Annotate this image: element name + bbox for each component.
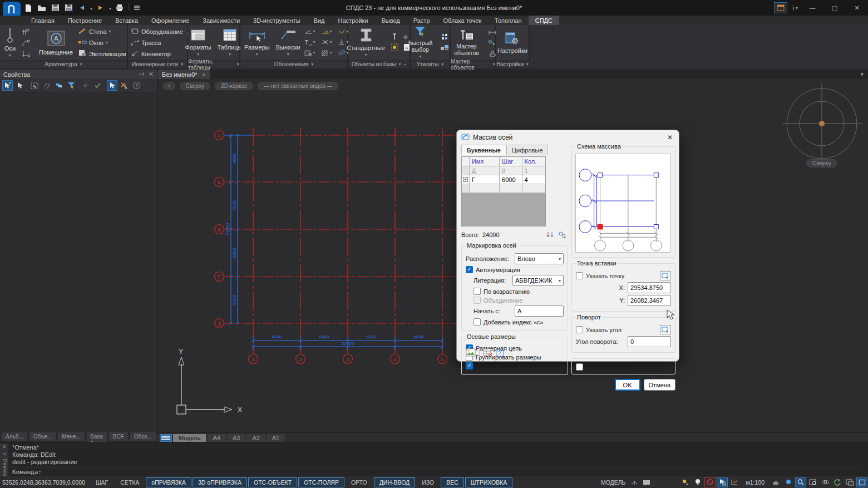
- check-dim-icon[interactable]: [92, 80, 103, 91]
- menu-item-8[interactable]: Настройки: [332, 16, 375, 25]
- sheet-tab-А3[interactable]: А3: [227, 434, 245, 442]
- cancel-button[interactable]: Отмена: [644, 379, 675, 391]
- sheet-tab-А2[interactable]: А2: [246, 434, 265, 442]
- sheet-list-icon[interactable]: [160, 434, 172, 442]
- detail-box-icon[interactable]: [389, 43, 400, 52]
- scale-indicator[interactable]: м1:100: [741, 479, 771, 486]
- status-toggle-3D оПРИВЯЗКА[interactable]: 3D оПРИВЯЗКА: [193, 477, 247, 487]
- document-tab[interactable]: Без имени0* ×: [157, 70, 210, 79]
- litera-select[interactable]: АБВГДЕЖИК▾: [512, 275, 564, 286]
- menu-icon[interactable]: [132, 3, 142, 13]
- overall-dim-checkbox[interactable]: [466, 362, 473, 369]
- axes-arc-icon[interactable]: [20, 38, 31, 47]
- select-plus-icon[interactable]: [2, 80, 13, 91]
- settings-button[interactable]: ⚙ Настройки: [495, 27, 530, 59]
- pick-point-row[interactable]: Указать точку: [576, 271, 671, 280]
- autonumber-checkbox[interactable]: [466, 266, 473, 273]
- pick-angle-row[interactable]: Указать угол: [576, 325, 671, 334]
- tab-number-axes[interactable]: Цифровые: [506, 145, 548, 155]
- link-axes-icon[interactable]: [557, 230, 568, 240]
- start-with-input[interactable]: А: [515, 305, 564, 317]
- tab-list-chevron-icon[interactable]: ▾: [856, 70, 868, 79]
- sheet-tab-А4[interactable]: А4: [207, 434, 225, 442]
- close-button[interactable]: ✕: [846, 0, 868, 16]
- fullscreen-icon[interactable]: [856, 477, 867, 487]
- quick-select-button[interactable]: Быстрый выбор▾: [404, 27, 437, 59]
- object-master-button[interactable]: Мастер объектов: [448, 27, 485, 59]
- workspace-icon-button[interactable]: [774, 2, 787, 13]
- axes-single-icon[interactable]: [20, 48, 31, 58]
- panel-footer-utilities[interactable]: Утилиты▾: [411, 60, 450, 68]
- pin-icon[interactable]: ⊣: [139, 71, 144, 78]
- panel-footer-object-master[interactable]: Мастер объектов▾: [451, 60, 495, 68]
- dialog-close-icon[interactable]: ✕: [665, 133, 674, 142]
- dimensions-button[interactable]: Размеры▾: [242, 27, 272, 59]
- axes-button[interactable]: Оси▾: [2, 27, 18, 59]
- menu-item-11[interactable]: Облака точек: [437, 16, 489, 25]
- new-doc-icon[interactable]: [23, 3, 33, 13]
- swap-arrows-icon[interactable]: [53, 80, 64, 91]
- menu-item-10[interactable]: Растр: [407, 16, 437, 25]
- select-cursor-icon[interactable]: [717, 477, 728, 487]
- add-index-checkbox-row[interactable]: Добавить индекс «с»: [474, 318, 564, 326]
- leaders-button[interactable]: Выноски▾: [274, 27, 303, 59]
- dialog-launcher-icon[interactable]: ⌐: [404, 62, 407, 67]
- status-toggle-оПРИВЯЗКА[interactable]: оПРИВЯЗКА: [146, 477, 191, 487]
- tab-letter-axes[interactable]: Буквенные: [461, 145, 506, 155]
- axis-mark-icon[interactable]: ▾: [321, 37, 332, 47]
- axes-grid-icon[interactable]: [20, 27, 31, 37]
- space-indicator[interactable]: МОДЕЛЬ: [599, 479, 628, 486]
- save-all-icon[interactable]: [63, 3, 73, 13]
- graph-icon[interactable]: [729, 477, 740, 487]
- bolt-icon[interactable]: [389, 32, 400, 42]
- close-icon[interactable]: ✕: [2, 444, 7, 450]
- panel-footer-architecture[interactable]: Архитектура▾: [0, 60, 127, 68]
- rect-select-icon[interactable]: [29, 80, 40, 91]
- route-button[interactable]: Трасса: [130, 38, 184, 48]
- status-toggle-СЕТКА[interactable]: СЕТКА: [115, 477, 145, 487]
- explication-button[interactable]: Экспликации▾: [77, 49, 132, 59]
- pan-hand-icon[interactable]: [771, 477, 782, 487]
- table-settings-icon[interactable]: [483, 348, 492, 358]
- orbit-icon[interactable]: [820, 477, 831, 487]
- info-menu-button[interactable]: i ▾: [790, 4, 801, 11]
- nav-view-label[interactable]: Сверху: [806, 159, 837, 167]
- close-tab-icon[interactable]: ×: [202, 71, 205, 78]
- help-icon[interactable]: ?: [496, 349, 504, 357]
- chevron-down-icon[interactable]: ▾: [109, 4, 111, 11]
- y-coordinate-input[interactable]: 26082.3467: [628, 295, 671, 306]
- pick-angle-button[interactable]: [660, 325, 671, 334]
- refresh-icon[interactable]: [832, 477, 843, 487]
- maximize-button[interactable]: ▢: [823, 0, 846, 16]
- zoom-icon[interactable]: [795, 477, 806, 487]
- ascending-checkbox[interactable]: [474, 288, 481, 295]
- zoom-dot-icon[interactable]: [783, 477, 794, 487]
- panel-footer-engineering[interactable]: Инженерные сети▾: [128, 60, 187, 68]
- close-panel-icon[interactable]: ✕: [149, 71, 154, 78]
- status-toggle-ШТРИХОВКА[interactable]: ШТРИХОВКА: [465, 477, 513, 487]
- equipment-button[interactable]: Оборудование: [130, 27, 184, 37]
- view-label-icon[interactable]: A▾: [304, 48, 315, 57]
- standard-objects-button[interactable]: Стандартные▾: [344, 27, 387, 59]
- ok-button[interactable]: OK: [615, 379, 640, 391]
- panel-tab-6[interactable]: Обоз...: [130, 432, 156, 441]
- app-logo[interactable]: [3, 2, 21, 17]
- ascending-checkbox-row[interactable]: По возрастанию: [474, 288, 564, 295]
- status-toggle-ИЗО[interactable]: ИЗО: [416, 477, 440, 487]
- panel-tab-2[interactable]: Объе...: [29, 432, 56, 441]
- text-sp-icon[interactable]: Tсп▾: [304, 37, 315, 47]
- panel-footer-formats[interactable]: Форматы, таблицы▾: [188, 60, 239, 68]
- menu-item-4[interactable]: Оформление: [145, 16, 196, 25]
- menu-item-7[interactable]: Вид: [307, 16, 332, 25]
- lasso-select-icon[interactable]: [41, 80, 52, 91]
- autonumber-checkbox-row[interactable]: Автонумерация: [466, 266, 564, 273]
- panel-tab-5[interactable]: BCF: [108, 432, 129, 441]
- navigation-wheel[interactable]: [782, 83, 865, 167]
- status-toggle-ОТС-ОБЪЕКТ[interactable]: ОТС-ОБЪЕКТ: [248, 477, 297, 487]
- slope-mark-icon[interactable]: ▾: [304, 27, 315, 36]
- preview-image-icon[interactable]: [466, 348, 476, 358]
- explode-checkbox-row[interactable]: Разбить массив: [576, 363, 671, 371]
- minimize-button[interactable]: —: [801, 0, 823, 16]
- clean-screen-icon[interactable]: [844, 477, 855, 487]
- panel-tab-3[interactable]: Мене...: [57, 432, 85, 441]
